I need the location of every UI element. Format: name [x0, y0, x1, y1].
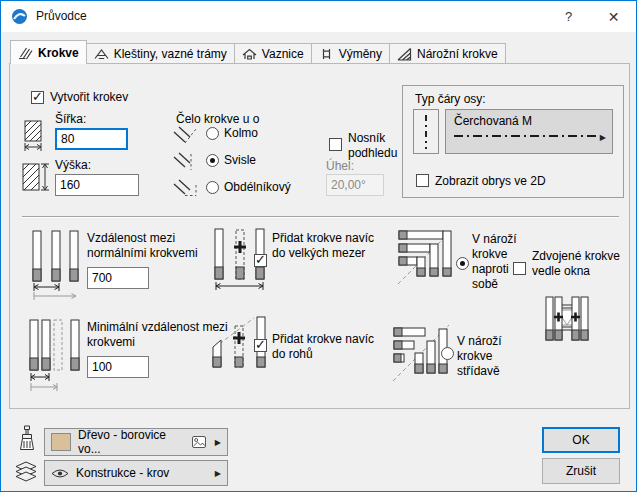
axis-line-type-dropdown[interactable]: Čerchovaná M ▶	[445, 109, 613, 154]
material-brush-icon	[17, 425, 37, 453]
trimmer-icon	[319, 47, 334, 61]
end-kolmo-radio[interactable]	[206, 127, 219, 140]
dropdown-arrow-icon: ▶	[600, 133, 606, 142]
show-outline-2d-label: Zobrazit obrys ve 2D	[435, 174, 546, 189]
soffit-beam-checkbox[interactable]	[329, 138, 342, 151]
min-spacing-input[interactable]	[87, 356, 149, 378]
texture-picture-icon	[192, 436, 206, 448]
hip-opposite-label: V nároží krokve naproti sobě	[472, 232, 536, 292]
spacing-input[interactable]	[87, 267, 149, 289]
tab-label: Krokve	[38, 46, 79, 60]
vertical-dashdot-line	[425, 115, 427, 149]
double-rafters-window-label: Zdvojené krokve vedle okna	[532, 249, 627, 279]
end-rectangular-icon	[172, 179, 200, 199]
tab-label: Kleštiny, vazné trámy	[114, 47, 227, 61]
tab-vymeny[interactable]: Výměny	[312, 43, 390, 64]
hip-alternate-radio[interactable]	[441, 347, 454, 360]
axis-line-label: Typ čáry osy:	[415, 92, 486, 107]
tab-klestiny[interactable]: Kleštiny, vazné trámy	[87, 43, 235, 64]
axis-line-groupbox: Typ čáry osy: Čerchovaná M ▶ Zobrazit ob…	[402, 85, 624, 198]
tab-label: Nárožní krokve	[417, 47, 498, 61]
end-svisle-radio[interactable]	[206, 154, 219, 167]
height-input[interactable]	[55, 174, 139, 196]
width-label: Šířka:	[55, 112, 86, 127]
end-kolmo-label: Kolmo	[224, 126, 258, 141]
layers-icon	[13, 460, 39, 484]
dialog-pruvodce: Průvodce ? ✕ Krokve Kleštiny, vazné trám…	[0, 0, 637, 492]
hip-rafters-icon	[397, 47, 412, 61]
dashdot-line-preview	[454, 135, 596, 137]
ok-button[interactable]: OK	[542, 427, 620, 453]
help-button[interactable]: ?	[546, 1, 591, 32]
tab-panel-krokve: Vytvořit krokev Šířka: Výška: Čelo krokv…	[9, 63, 630, 409]
rafters-icon	[18, 46, 33, 60]
eye-icon	[51, 468, 69, 479]
axis-line-type-value: Čerchovaná M	[454, 114, 604, 128]
material-swatch	[51, 433, 71, 451]
close-button[interactable]: ✕	[591, 1, 636, 32]
truss-icon	[94, 47, 109, 61]
tab-narozni-krokve[interactable]: Nárožní krokve	[390, 43, 506, 64]
create-rafter-checkbox[interactable]	[31, 91, 44, 104]
dropdown-arrow-icon: ▶	[215, 469, 221, 478]
tab-bar: Krokve Kleštiny, vazné trámy Vaznice Vým…	[10, 40, 506, 64]
double-rafters-window-checkbox[interactable]	[513, 262, 526, 275]
purlin-roof-icon	[242, 47, 257, 61]
material-value: Dřevo - borovice vo...	[78, 428, 185, 456]
title-bar[interactable]: Průvodce ? ✕	[1, 1, 636, 32]
end-svisle-label: Svisle	[224, 153, 256, 168]
tab-label: Vaznice	[262, 47, 304, 61]
hip-opposite-icon	[398, 230, 452, 284]
cancel-button[interactable]: Zrušit	[542, 458, 620, 484]
section-separator	[22, 216, 619, 218]
end-obdelnikovy-radio[interactable]	[206, 181, 219, 194]
dropdown-arrow-icon: ▶	[215, 438, 221, 447]
hip-opposite-radio[interactable]	[456, 257, 469, 270]
add-rafters-corners-checkbox[interactable]	[254, 339, 267, 352]
axis-line-sample-button[interactable]	[413, 109, 439, 154]
create-rafter-label: Vytvořit krokev	[50, 90, 128, 105]
end-obdelnikovy-label: Obdélníkový	[224, 180, 291, 195]
double-rafters-window-icon	[544, 296, 590, 350]
hip-alternate-label: V nároží krokve střídavě	[457, 334, 523, 379]
end-perpendicular-icon	[172, 125, 200, 145]
layer-dropdown[interactable]: Konstrukce - krov ▶	[44, 460, 228, 486]
height-icon	[22, 163, 50, 193]
show-outline-2d-checkbox[interactable]	[416, 174, 429, 187]
window-title: Průvodce	[36, 9, 87, 23]
rafter-spacing-icon	[32, 230, 79, 300]
app-icon	[11, 8, 28, 25]
tab-label: Výměny	[339, 47, 382, 61]
add-rafters-gaps-label: Přidat krokve navíc do velkých mezer	[272, 231, 382, 261]
end-vertical-icon	[172, 152, 200, 172]
soffit-beam-label: Nosník podhledu	[348, 131, 410, 161]
angle-label: Úhel:	[326, 159, 354, 174]
spacing-label: Vzdálenost mezi normálními krokvemi	[87, 231, 229, 261]
angle-input	[326, 174, 384, 196]
min-spacing-icon	[29, 319, 81, 393]
tab-krokve[interactable]: Krokve	[10, 40, 87, 64]
width-icon	[24, 120, 46, 154]
width-input[interactable]	[55, 128, 128, 150]
add-rafters-corners-label: Přidat krokve navíc do rohů	[272, 332, 382, 362]
layer-value: Konstrukce - krov	[76, 466, 169, 480]
min-spacing-label: Minimální vzdálenost mezi krokvemi	[87, 320, 229, 350]
add-rafters-gaps-checkbox[interactable]	[254, 254, 267, 267]
tab-vaznice[interactable]: Vaznice	[235, 43, 312, 64]
height-label: Výška:	[55, 158, 91, 173]
material-dropdown[interactable]: Dřevo - borovice vo... ▶	[44, 428, 228, 456]
